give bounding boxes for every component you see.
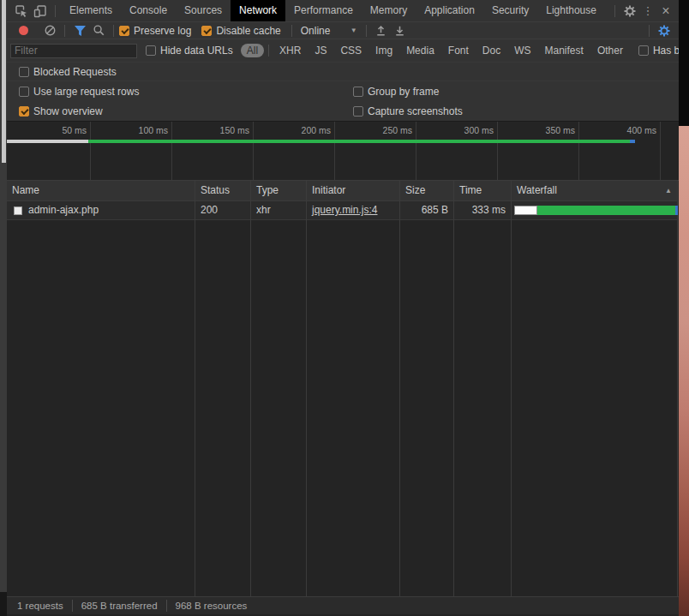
network-toolbar: Preserve log Disable cache Online ▼ [7,22,679,39]
request-status: 200 [195,201,250,220]
column-header-status[interactable]: Status [195,181,250,201]
tab-elements[interactable]: Elements [61,0,121,21]
filter-type-img[interactable]: Img [369,44,398,57]
request-name: admin-ajax.php [28,201,99,219]
column-header-waterfall[interactable]: Waterfall ▲ [512,181,677,201]
filter-type-other[interactable]: Other [591,44,629,57]
use-large-request-rows-checkbox[interactable]: Use large request rows [19,86,139,98]
overview-bar-waiting [88,140,630,143]
gridline [253,122,254,180]
more-options-icon[interactable]: ⋮ [639,4,656,17]
throttling-dropdown[interactable]: Online ▼ [301,25,357,37]
close-devtools-icon[interactable]: × [656,3,675,19]
tab-security[interactable]: Security [483,0,537,21]
show-overview-checkbox[interactable]: Show overview [19,105,103,117]
device-toolbar-icon[interactable] [31,2,50,21]
divider [113,25,114,37]
blocked-requests-label: Blocked Requests [33,66,117,78]
checkbox[interactable] [119,26,129,36]
network-summary-bar: 1 requests 685 B transferred 968 B resou… [7,596,679,614]
clear-network-log-icon[interactable] [40,21,59,40]
tab-network[interactable]: Network [231,0,285,21]
ruler-tick-150ms: 150 ms [196,125,249,135]
checkbox[interactable] [638,45,649,56]
group-by-frame-checkbox[interactable]: Group by frame [353,86,439,98]
page-scrollbar-track[interactable] [0,0,7,616]
chevron-down-icon: ▼ [350,27,357,34]
hide-data-urls-checkbox[interactable]: Hide data URLs [146,45,233,57]
checkbox[interactable] [19,67,29,77]
summary-resources: 968 B resources [176,601,248,611]
tab-lighthouse[interactable]: Lighthouse [537,0,605,21]
page-artwork [679,126,689,616]
sort-ascending-icon[interactable]: ▲ [665,181,672,200]
initiator-link[interactable]: jquery.min.js:4 [312,201,377,219]
filter-type-js[interactable]: JS [309,44,333,57]
filter-type-doc[interactable]: Doc [476,44,506,57]
divider [614,5,615,17]
request-waterfall[interactable] [512,201,677,220]
filter-type-manifest[interactable]: Manifest [539,44,590,57]
overview-bar-stalled [7,140,88,143]
column-status: Status 200 [195,181,251,596]
checkbox[interactable] [19,87,29,97]
network-overview-timeline[interactable]: 50 ms 100 ms 150 ms 200 ms 250 ms 300 ms… [7,121,679,181]
search-icon[interactable] [89,21,108,40]
divider [291,25,292,37]
settings-gear-icon[interactable] [620,2,639,21]
gridline [660,122,661,180]
filter-type-media[interactable]: Media [400,44,440,57]
column-header-initiator[interactable]: Initiator [307,181,399,201]
preserve-log-label: Preserve log [134,25,191,37]
network-settings-gear-icon[interactable] [655,21,674,40]
tab-sources[interactable]: Sources [176,0,231,21]
page-scrollbar-bottom [0,592,7,616]
page-scrollbar-thumb[interactable] [2,0,6,163]
tab-performance[interactable]: Performance [285,0,362,21]
checkbox[interactable] [353,106,363,117]
disable-cache-checkbox[interactable]: Disable cache [201,25,280,37]
request-type-filters: All XHR JS CSS Img Media Font Doc WS Man… [240,44,630,57]
tab-application[interactable]: Application [416,0,483,21]
devtools-panel: Elements Console Sources Network Perform… [7,0,679,616]
filter-input[interactable] [10,44,137,58]
ruler-tick-50ms: 50 ms [33,125,87,135]
filter-type-all[interactable]: All [241,44,264,57]
inspected-page-sliver [679,0,689,616]
column-waterfall: Waterfall ▲ [512,181,678,596]
column-header-time[interactable]: Time [454,181,511,201]
column-header-size[interactable]: Size [400,181,453,201]
export-har-icon[interactable] [391,21,410,40]
filter-funnel-icon[interactable] [70,21,89,40]
column-size: Size 685 B [400,181,454,596]
filter-type-font[interactable]: Font [442,44,475,57]
show-overview-label: Show overview [33,105,103,117]
ruler-tick-250ms: 250 ms [359,125,412,135]
options-row-2: Show overview Capture screenshots [7,101,679,121]
import-har-icon[interactable] [372,21,391,40]
tab-console[interactable]: Console [121,0,176,21]
gridline [416,122,416,180]
filter-type-css[interactable]: CSS [334,44,368,57]
column-name: Name admin-ajax.php [7,181,195,596]
preserve-log-checkbox[interactable]: Preserve log [119,25,191,37]
filter-type-xhr[interactable]: XHR [273,44,307,57]
column-time: Time 333 ms [454,181,512,596]
summary-request-count: 1 requests [17,601,63,611]
checkbox[interactable] [353,87,363,97]
filter-type-ws[interactable]: WS [508,44,536,57]
gridline [334,122,335,180]
capture-screenshots-checkbox[interactable]: Capture screenshots [353,105,463,117]
network-filterbar: Hide data URLs All XHR JS CSS Img Media … [7,39,679,63]
column-header-type[interactable]: Type [251,181,306,201]
checkbox[interactable] [201,26,212,36]
blocked-requests-checkbox[interactable]: Blocked Requests [19,66,117,78]
tab-memory[interactable]: Memory [362,0,416,21]
checkbox[interactable] [146,45,156,56]
inspect-element-icon[interactable] [12,2,31,21]
divider [366,25,367,37]
record-network-log-button[interactable] [19,26,28,35]
checkbox[interactable] [19,106,29,117]
table-row[interactable]: admin-ajax.php [7,201,195,220]
column-header-name[interactable]: Name [7,181,195,201]
